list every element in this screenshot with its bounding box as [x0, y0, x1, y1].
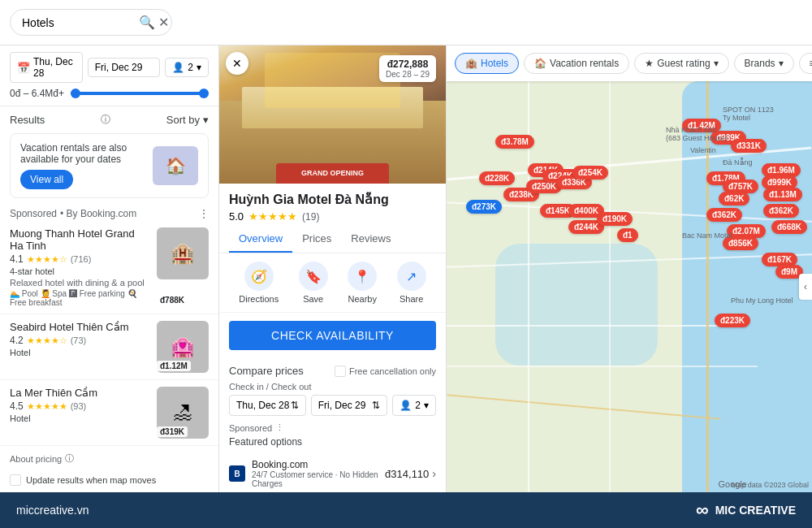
view-all-button[interactable]: View all — [20, 170, 73, 189]
hotel-price-badge-0: đ788K — [157, 295, 188, 305]
clear-search-button[interactable]: ✕ — [158, 15, 169, 30]
about-pricing-text: About pricing — [10, 454, 62, 464]
vacation-text: Vacation rentals are also available for … — [20, 142, 146, 189]
hotel-info-2: La Mer Thiên Cầm 4.5 ★★★★★ (93) Hotel — [10, 387, 150, 439]
map-marker-23[interactable]: đ1.13M — [763, 188, 802, 201]
search-input[interactable] — [22, 16, 136, 29]
map-marker-18[interactable]: đ362K — [706, 208, 742, 222]
compare-guests-input[interactable]: 👤 2 ▾ — [392, 395, 436, 416]
chip-guest-rating[interactable]: ★ Guest rating ▾ — [634, 53, 728, 74]
compare-checkout-input[interactable]: Fri, Dec 29 ⇅ — [311, 395, 388, 416]
map-marker-12[interactable]: đ190K — [597, 212, 633, 226]
nearby-action[interactable]: 📍 Nearby — [348, 262, 377, 304]
hotel-card-0[interactable]: Muong Thanh Hotel Grand Ha Tinh 4.1 ★★★★… — [0, 221, 218, 314]
date-filter-row: 📅 Thu, Dec 28 Fri, Dec 29 👤 2 ▾ — [10, 52, 209, 83]
map-marker-24[interactable]: đ362K — [763, 204, 799, 218]
directions-action[interactable]: 🧭 Directions — [239, 262, 279, 304]
close-detail-button[interactable]: ✕ — [226, 52, 248, 75]
price-slider[interactable] — [71, 92, 209, 95]
map-marker-2[interactable]: đ228K — [479, 171, 515, 185]
search-icon-button[interactable]: 🔍 — [139, 15, 155, 30]
detail-rating-value: 5.0 — [229, 210, 244, 223]
guests-count: 2 — [188, 62, 193, 73]
search-wrapper[interactable]: 🔍 ✕ — [10, 9, 172, 36]
booking-option-0[interactable]: B Booking.com 24/7 Customer service · No… — [229, 452, 436, 492]
check-in-picker[interactable]: 📅 Thu, Dec 28 — [10, 52, 83, 83]
hotel-img-wrapper-0: 🏨 đ788K — [157, 227, 209, 307]
hotel-card-1[interactable]: Seabird Hotel Thiên Cầm 4.2 ★★★★☆ (73) H… — [0, 314, 218, 380]
tab-prices[interactable]: Prices — [292, 226, 341, 253]
tab-overview[interactable]: Overview — [229, 226, 292, 253]
nearby-icon: 📍 — [348, 262, 377, 291]
free-cancel-checkbox[interactable] — [335, 366, 346, 377]
sort-by-button[interactable]: Sort by ▾ — [166, 114, 209, 126]
share-action[interactable]: ↗ Share — [397, 262, 426, 304]
slider-thumb-right[interactable] — [199, 89, 209, 98]
map-marker-0[interactable]: đ3.78M — [495, 135, 534, 149]
filter-bar: 📅 Thu, Dec 28 Fri, Dec 29 👤 2 ▾ 0đ – 6.4… — [0, 45, 218, 106]
more-options-icon: ⋮ — [275, 422, 284, 433]
hotel-stars-2: ★★★★★ — [27, 401, 67, 412]
sponsored-by-text: • By Booking.com — [60, 208, 136, 219]
price-value: đ272,888 — [386, 58, 430, 70]
update-results-checkbox[interactable] — [10, 474, 21, 486]
map-marker-15[interactable]: đ331K — [731, 139, 767, 153]
hotel-rating-row-0: 4.1 ★★★★☆ (716) — [10, 253, 150, 265]
hotel-card-2[interactable]: La Mer Thiên Cầm 4.5 ★★★★★ (93) Hotel 🏖 … — [0, 380, 218, 446]
chip-brands[interactable]: Brands ▾ — [734, 53, 794, 74]
person-icon: 👤 — [400, 400, 412, 411]
vacation-message: Vacation rentals are also available for … — [20, 142, 146, 165]
guests-picker[interactable]: 👤 2 ▾ — [165, 58, 209, 77]
map-label-bac-nam: Bac Nam Motel — [682, 232, 732, 240]
save-icon: 🔖 — [299, 262, 328, 291]
chevron-down-icon: ▾ — [779, 58, 784, 69]
info-icon: ⓘ — [101, 113, 110, 127]
chevron-down-icon: ▾ — [424, 400, 429, 411]
featured-options-label: Featured options — [229, 436, 436, 448]
compare-guests: 2 — [415, 400, 421, 411]
compare-checkin-input[interactable]: Thu, Dec 28 ⇅ — [229, 395, 306, 416]
about-pricing: About pricing ⓘ — [0, 446, 218, 471]
map-marker-25[interactable]: đ668K — [771, 220, 807, 234]
map-marker-30[interactable]: đ62K — [719, 192, 749, 206]
map-label-valentin: Valentin — [690, 146, 716, 154]
compare-checkout-date: Fri, Dec 29 — [318, 400, 366, 411]
chevron-up-down-icon: ⇅ — [372, 400, 380, 411]
hotel-name-0: Muong Thanh Hotel Grand Ha Tinh — [10, 227, 150, 252]
mic-creative-brand-name: MIC CREATIVE — [715, 504, 796, 517]
chip-all-filters[interactable]: ≡ All filters — [799, 53, 812, 74]
hotel-desc-0: Relaxed hotel with dining & a pool — [10, 278, 150, 288]
update-results-row: Update results when map moves — [0, 471, 218, 492]
results-header: Results ⓘ Sort by ▾ — [0, 106, 218, 130]
map-label-phu-my: Phu My Long Hotel — [731, 296, 793, 305]
save-action[interactable]: 🔖 Save — [299, 262, 328, 304]
share-icon: ↗ — [397, 262, 426, 291]
free-cancel-row: Free cancellation only — [335, 366, 436, 377]
vacation-rentals-banner: Vacation rentals are also available for … — [10, 133, 209, 198]
slider-thumb-left[interactable] — [71, 89, 80, 98]
hotel-name-2: La Mer Thiên Cầm — [10, 387, 150, 399]
chip-hotels[interactable]: 🏨 Hotels — [455, 53, 519, 74]
map-marker-4[interactable]: đ273K — [466, 200, 502, 214]
hotel-img-0: 🏨 — [157, 227, 209, 279]
tab-reviews[interactable]: Reviews — [341, 226, 400, 253]
check-availability-button[interactable]: CHECK AVAILABILITY — [229, 321, 436, 350]
map-marker-29[interactable]: đ1 — [617, 228, 638, 242]
hotel-type-0: 4-star hotel — [10, 266, 150, 276]
check-out-date: Fri, Dec 29 — [95, 62, 143, 73]
hotel-review-count-0: (716) — [71, 254, 92, 264]
check-out-picker[interactable]: Fri, Dec 29 — [88, 58, 161, 77]
map-marker-8[interactable]: đ254K — [572, 166, 608, 180]
map-canvas[interactable]: đ3.78Mđ214Kđ228Kđ238Kđ273Kđ250Kđ224Kđ336… — [447, 81, 812, 492]
map-marker-28[interactable]: đ223K — [715, 314, 750, 327]
compare-sponsored-label: Sponsored ⋮ — [229, 422, 436, 433]
hotel-amenities-0: 🏊 Pool 💆 Spa 🅿 Free parking 🍳 Free break… — [10, 289, 150, 307]
compare-prices-header: Compare prices Free cancellation only — [229, 365, 436, 377]
map-label-guest-house: Nhà Khách 683(683 Guest House) — [666, 126, 728, 142]
map-area[interactable]: 🏨 Hotels 🏠 Vacation rentals ★ Guest rati… — [447, 45, 812, 492]
collapse-panel-button[interactable]: ‹ — [799, 274, 812, 300]
hotel-detail-name: Huỳnh Gia Motel Đà Nẵng — [229, 192, 436, 207]
chip-vacation-rentals[interactable]: 🏠 Vacation rentals — [524, 53, 629, 74]
price-dates: Dec 28 – 29 — [386, 70, 430, 79]
hotel-detail-header: Huỳnh Gia Motel Đà Nẵng 5.0 ★★★★★ (19) — [219, 184, 446, 226]
